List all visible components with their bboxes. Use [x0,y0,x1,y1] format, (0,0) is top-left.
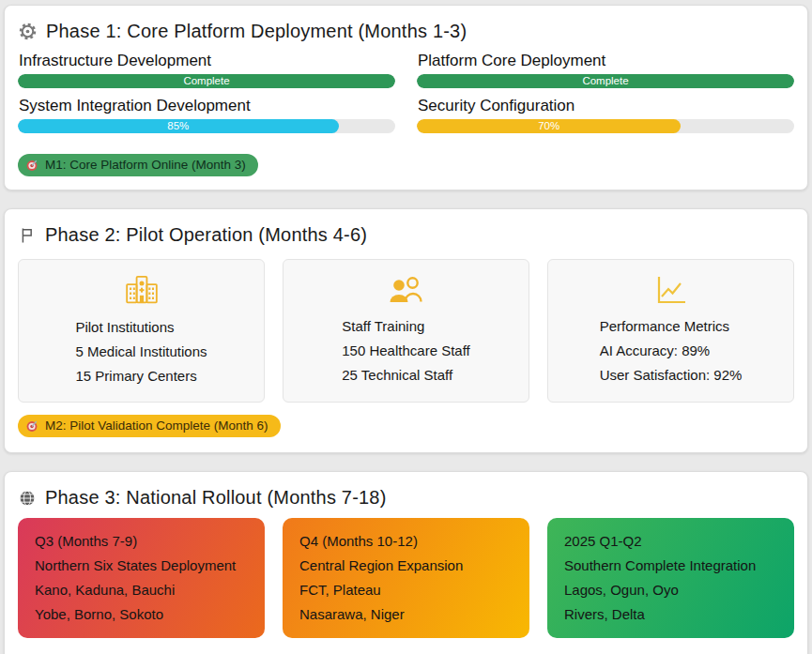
phase3-title: Phase 3: National Rollout (Months 7-18) [45,487,387,509]
progress-value: 85% [167,121,189,132]
phase1-title: Phase 1: Core Platform Deployment (Month… [46,21,467,42]
progress-bar-fill: Complete [18,74,395,88]
progress-item-infrastructure: Infrastructure Development Complete [18,52,395,88]
region-line: Central Region Expansion [299,554,513,578]
region-card-2025-south: 2025 Q1-Q2 Southern Complete Integration… [547,518,794,638]
progress-bar-fill: 70% [417,119,681,133]
progress-bar-track: Complete [18,74,395,88]
card-line: AI Accuracy: 89% [600,339,743,363]
globe-icon [18,489,37,508]
region-line: Nasarawa, Niger [299,602,513,627]
line-chart-icon [654,274,688,306]
people-icon [388,274,425,306]
milestone-badge-m2: M2: Pilot Validation Complete (Month 6) [18,415,281,437]
progress-value: 70% [538,121,559,132]
region-quarter: 2025 Q1-Q2 [564,529,777,554]
phase1-header: Phase 1: Core Platform Deployment (Month… [16,15,796,52]
region-quarter: Q4 (Months 10-12) [299,529,513,554]
phase2-header: Phase 2: Pilot Operation (Months 4-6) [16,219,796,255]
card-text-block: Staff Training 150 Healthcare Staff 25 T… [342,314,469,388]
performance-metrics-card: Performance Metrics AI Accuracy: 89% Use… [547,259,794,403]
dart-target-icon [25,419,38,433]
milestone-badge-m1: M1: Core Platform Online (Month 3) [18,154,258,176]
flag-icon [18,226,37,245]
task-label: Security Configuration [418,97,794,115]
card-title: Pilot Institutions [75,315,207,340]
progress-item-platform-core: Platform Core Deployment Complete [417,52,794,88]
hospital-building-icon [123,273,161,307]
phase3-panel: Phase 3: National Rollout (Months 7-18) … [4,471,808,654]
region-card-q3-north: Q3 (Months 7-9) Northern Six States Depl… [18,518,265,638]
staff-training-card: Staff Training 150 Healthcare Staff 25 T… [283,259,529,403]
task-label: System Integration Development [19,97,395,115]
card-line: 15 Primary Centers [75,364,207,388]
progress-bar-track: 70% [417,119,794,133]
region-line: Northern Six States Deployment [35,554,248,578]
phase2-title: Phase 2: Pilot Operation (Months 4-6) [45,224,367,246]
task-label: Infrastructure Development [19,52,395,70]
milestone-label: M2: Pilot Validation Complete (Month 6) [45,418,268,433]
progress-bar-fill: 85% [18,119,339,133]
card-text-block: Performance Metrics AI Accuracy: 89% Use… [600,314,743,388]
progress-value: Complete [183,76,229,87]
progress-item-security-config: Security Configuration 70% [417,97,794,133]
pilot-institutions-card: Pilot Institutions 5 Medical Institution… [18,259,265,403]
region-line: Kano, Kaduna, Bauchi [35,578,248,602]
card-line: 150 Healthcare Staff [342,339,469,363]
progress-value: Complete [582,76,628,87]
phase2-cards-row: Pilot Institutions 5 Medical Institution… [16,259,796,403]
region-line: Rivers, Delta [564,602,777,627]
phase1-panel: Phase 1: Core Platform Deployment (Month… [4,5,808,190]
region-card-q4-central: Q4 (Months 10-12) Central Region Expansi… [283,518,529,638]
phase2-milestone-row: M2: Pilot Validation Complete (Month 6) [16,415,796,437]
progress-item-system-integration: System Integration Development 85% [18,97,395,133]
progress-bar-track: 85% [18,119,395,133]
dart-target-icon [25,159,38,172]
progress-bar-track: Complete [417,74,794,88]
region-line: Southern Complete Integration [564,554,777,578]
region-quarter: Q3 (Months 7-9) [35,529,248,554]
card-title: Performance Metrics [600,314,743,339]
phase2-panel: Phase 2: Pilot Operation (Months 4-6) [4,208,808,453]
progress-bar-fill: Complete [417,74,794,88]
region-line: Yobe, Borno, Sokoto [35,602,248,627]
phase3-header: Phase 3: National Rollout (Months 7-18) [16,481,796,518]
task-label: Platform Core Deployment [418,52,794,70]
gear-icon [18,22,38,41]
phase1-milestone-row: M1: Core Platform Online (Month 3) [16,154,796,176]
region-line: FCT, Plateau [299,578,513,602]
phase1-progress-grid: Infrastructure Development Complete Plat… [16,52,796,142]
card-title: Staff Training [342,314,469,339]
card-text-block: Pilot Institutions 5 Medical Institution… [75,315,207,388]
card-line: User Satisfaction: 92% [600,363,743,388]
milestone-label: M1: Core Platform Online (Month 3) [45,158,246,173]
phase3-cards-row: Q3 (Months 7-9) Northern Six States Depl… [16,518,796,638]
card-line: 5 Medical Institutions [75,340,207,364]
card-line: 25 Technical Staff [342,363,469,388]
region-line: Lagos, Ogun, Oyo [564,578,777,602]
